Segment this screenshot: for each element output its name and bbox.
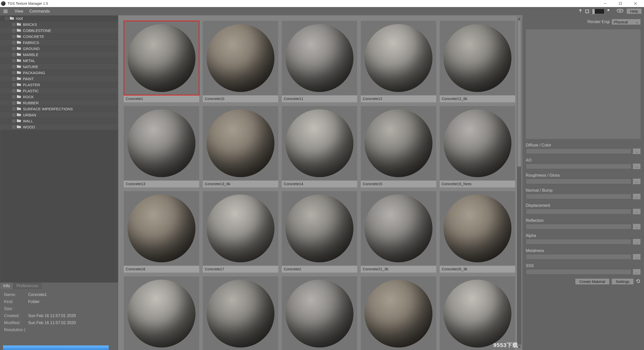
tree-item-bricks[interactable]: +BRICKS (0, 22, 118, 28)
texture-thumbnail[interactable]: Concrete15 (361, 106, 436, 188)
zoom-slider-handle[interactable] (592, 9, 595, 14)
texture-thumbnail[interactable]: Concrete10 (203, 21, 278, 103)
expander-icon[interactable]: + (12, 53, 15, 56)
menu-commands[interactable]: Commands (29, 9, 50, 14)
texture-thumbnail[interactable]: Concrete13 (124, 106, 199, 188)
tree-item-wood[interactable]: +WOOD (0, 124, 118, 130)
expander-icon[interactable]: + (12, 89, 15, 92)
tree-item-nature[interactable]: +NATURE (0, 64, 118, 70)
prop-field[interactable] (526, 148, 631, 154)
tree-item-fabrics[interactable]: +FABRICS (0, 40, 118, 46)
prop-field[interactable] (526, 179, 631, 184)
texture-thumbnail[interactable] (282, 276, 357, 350)
record-icon[interactable] (585, 10, 589, 13)
expander-icon[interactable]: + (12, 77, 15, 80)
tree-item-plastic[interactable]: +PLASTIC (0, 88, 118, 94)
tree-item-metal[interactable]: +METAL (0, 58, 118, 64)
tree-root[interactable]: − root (0, 16, 118, 22)
tree-item-surface-imperfections[interactable]: +SURFACE IMPERFECTIONS (0, 106, 118, 112)
expander-icon[interactable]: + (12, 108, 15, 111)
browse-button[interactable]: ... (633, 269, 640, 275)
texture-thumbnail[interactable] (203, 276, 278, 350)
browse-button[interactable]: ... (633, 148, 640, 154)
thumbnail-image[interactable] (361, 191, 436, 266)
tree-item-packaging[interactable]: +PACKAGING (0, 70, 118, 76)
tab-info[interactable]: Info (0, 282, 13, 289)
tree-item-marble[interactable]: +MARBLE (0, 52, 118, 58)
thumbnail-image[interactable] (282, 21, 357, 95)
thumbnail-image[interactable] (440, 21, 515, 95)
help-button[interactable]: Help (627, 9, 641, 14)
up-arrow-icon[interactable] (578, 9, 582, 14)
expander-icon[interactable]: + (12, 35, 15, 38)
zoom-slider[interactable] (592, 9, 604, 14)
folder-tree[interactable]: − root +BRICKS+COBBLESTONE+CONCRETE+FABR… (0, 15, 118, 283)
window-minimize-button[interactable] (598, 0, 613, 7)
tree-item-paint[interactable]: +PAINT (0, 76, 118, 82)
texture-thumbnail[interactable]: Concrete16 (124, 191, 199, 273)
preview-eye-icon[interactable] (617, 9, 624, 14)
texture-thumbnail[interactable]: Concrete11 (282, 21, 357, 103)
browse-button[interactable]: ... (633, 194, 640, 199)
thumbnail-image[interactable] (440, 191, 515, 266)
tree-item-rock[interactable]: +ROCK (0, 94, 118, 100)
texture-thumbnail[interactable]: Concrete15_hires (440, 106, 515, 188)
tab-preferences[interactable]: Preferences (13, 282, 42, 289)
tree-item-ground[interactable]: +GROUND (0, 46, 118, 52)
thumbnail-image[interactable] (282, 276, 357, 350)
texture-thumbnail[interactable]: Concrete12_6k (440, 21, 515, 103)
browse-button[interactable]: ... (633, 179, 640, 184)
flag-icon[interactable] (607, 9, 611, 14)
thumbnail-image[interactable] (124, 106, 199, 180)
thumbnail-image[interactable] (361, 106, 436, 180)
expander-icon[interactable]: + (12, 95, 15, 98)
thumbnail-image[interactable] (203, 191, 278, 266)
tree-item-concrete[interactable]: +CONCRETE (0, 34, 118, 40)
settings-button[interactable]: Settings (612, 279, 633, 284)
expander-icon[interactable]: − (5, 17, 8, 20)
expander-icon[interactable]: + (12, 83, 15, 86)
texture-thumbnail[interactable]: Concrete1 (124, 21, 199, 103)
expander-icon[interactable]: + (12, 102, 15, 105)
thumbnail-image[interactable] (203, 106, 278, 180)
texture-thumbnail[interactable]: Concrete17 (203, 191, 278, 273)
hamburger-icon[interactable] (3, 9, 9, 14)
texture-thumbnail[interactable]: Concrete2 (282, 191, 357, 273)
thumbnail-image[interactable] (440, 106, 515, 180)
expander-icon[interactable]: + (12, 126, 15, 129)
texture-thumbnail[interactable]: Concrete14 (282, 106, 357, 188)
render-engine-select[interactable]: Physical ⌄ (612, 19, 640, 25)
thumbnail-image[interactable] (124, 191, 199, 266)
expander-icon[interactable]: + (12, 41, 15, 44)
prop-field[interactable] (526, 239, 631, 244)
expander-icon[interactable]: + (12, 23, 15, 26)
scroll-up-button[interactable]: ▲ (517, 16, 521, 21)
expander-icon[interactable]: + (12, 71, 15, 74)
thumbnail-image[interactable] (361, 21, 436, 95)
tree-item-urban[interactable]: +URBAN (0, 112, 118, 118)
browse-button[interactable]: ... (633, 254, 640, 260)
window-maximize-button[interactable] (613, 0, 628, 7)
browse-button[interactable]: ... (633, 239, 640, 244)
thumbnail-image[interactable] (361, 276, 436, 350)
prop-field[interactable] (526, 269, 631, 275)
texture-thumbnail[interactable] (124, 276, 199, 350)
prop-field[interactable] (526, 194, 631, 199)
thumbnail-image[interactable] (203, 21, 278, 95)
tree-item-wall[interactable]: +WALL (0, 118, 118, 124)
browse-button[interactable]: ... (633, 164, 640, 169)
expander-icon[interactable]: + (12, 59, 15, 62)
thumbnail-image[interactable] (440, 276, 515, 350)
prop-field[interactable] (526, 254, 631, 260)
thumbnail-image[interactable] (282, 191, 357, 266)
tree-item-rubber[interactable]: +RUBBER (0, 100, 118, 106)
prop-field[interactable] (526, 224, 631, 229)
tree-item-cobblestone[interactable]: +COBBLESTONE (0, 28, 118, 34)
vertical-scrollbar[interactable]: ▲ ▼ (517, 16, 521, 349)
menu-view[interactable]: View (15, 9, 23, 14)
expander-icon[interactable]: + (12, 47, 15, 50)
expander-icon[interactable]: + (12, 120, 15, 123)
tree-item-plaster[interactable]: +PLASTER (0, 82, 118, 88)
expander-icon[interactable]: + (12, 65, 15, 68)
texture-thumbnail[interactable] (361, 276, 436, 350)
